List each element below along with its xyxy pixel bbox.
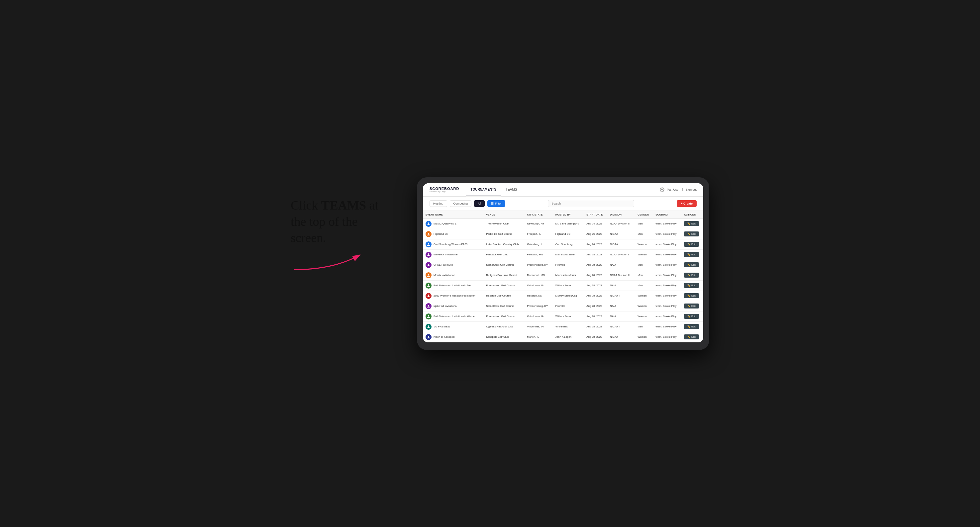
edit-button[interactable]: ✏️ Edit [684, 283, 699, 288]
sign-out-link[interactable]: Sign out [686, 188, 697, 191]
table-row: Morris Invitational Ruttger's Bay Lake R… [423, 270, 703, 280]
search-input[interactable] [548, 200, 634, 207]
event-name-cell: Maverick Invitational [423, 249, 484, 260]
event-name: Carl Sandburg Women FA23 [434, 243, 468, 246]
hosted-by-cell: Minnesota State [553, 249, 584, 260]
event-name: Maverick Invitational [434, 253, 457, 256]
filter-button[interactable]: ☰ Filter [487, 200, 505, 207]
start-date-cell: Aug 24, 2023 [584, 219, 607, 229]
edit-button[interactable]: ✏️ Edit [684, 242, 699, 247]
city-state-cell: Faribault, MN [525, 249, 553, 260]
division-cell: NICAA I [607, 229, 635, 239]
start-date-cell: Aug 28, 2023 [584, 311, 607, 321]
filter-icon: ☰ [491, 202, 494, 205]
svg-point-5 [428, 253, 429, 255]
venue-cell: StoneCrest Golf Course [484, 260, 524, 270]
city-state-cell: Oskaloosa, IA [525, 311, 553, 321]
actions-cell: ✏️ Edit [681, 290, 703, 301]
hosted-by-cell: Highland CC [553, 229, 584, 239]
venue-cell: StoneCrest Golf Course [484, 301, 524, 311]
edit-button[interactable]: ✏️ Edit [684, 273, 699, 278]
event-name-cell: Fall Statesmen Invitational - Men [423, 280, 484, 290]
edit-icon: ✏️ [687, 315, 690, 318]
instruction-panel: Click TEAMS at the top of the screen. [291, 177, 397, 274]
gender-cell: Women [635, 249, 653, 260]
division-cell: NAIA [607, 280, 635, 290]
gender-cell: Women [635, 301, 653, 311]
edit-icon: ✏️ [687, 294, 690, 297]
table-row: upike fall invitational StoneCrest Golf … [423, 301, 703, 311]
arrow-graphic [291, 250, 364, 273]
start-date-cell: Aug 28, 2023 [584, 290, 607, 301]
gender-cell: Men [635, 229, 653, 239]
gender-cell: Men [635, 219, 653, 229]
competing-tab[interactable]: Competing [450, 200, 472, 207]
edit-button[interactable]: ✏️ Edit [684, 334, 699, 340]
nav-teams[interactable]: TEAMS [501, 183, 522, 197]
edit-button[interactable]: ✏️ Edit [684, 324, 699, 329]
event-icon [426, 303, 431, 309]
scoring-cell: team, Stroke Play [653, 239, 681, 249]
gear-icon[interactable] [660, 187, 664, 192]
nav-tournaments[interactable]: TOURNAMENTS [466, 183, 501, 197]
tournaments-table: EVENT NAME VENUE CITY, STATE HOSTED BY S… [423, 211, 703, 342]
edit-button[interactable]: ✏️ Edit [684, 252, 699, 257]
edit-button[interactable]: ✏️ Edit [684, 314, 699, 319]
gender-cell: Men [635, 280, 653, 290]
table-row: MSMC Qualifying 1 The Powelton Club Newb… [423, 219, 703, 229]
event-icon [426, 324, 431, 330]
city-state-cell: Galesburg, IL [525, 239, 553, 249]
create-button[interactable]: + Create [677, 200, 697, 207]
division-cell: NICAA II [607, 290, 635, 301]
all-tab[interactable]: All [474, 200, 485, 207]
actions-cell: ✏️ Edit [681, 301, 703, 311]
city-state-cell: Newburgh, NY [525, 219, 553, 229]
edit-button[interactable]: ✏️ Edit [684, 303, 699, 308]
table-row: UPKE Fall Invite StoneCrest Golf Course … [423, 260, 703, 270]
event-name-cell: 2023 Women's Hesston Fall Kickoff [423, 290, 484, 301]
start-date-cell: Aug 28, 2023 [584, 321, 607, 332]
event-name-cell: Klash at Kokopelli [423, 332, 484, 342]
division-cell: NAIA [607, 260, 635, 270]
svg-point-11 [428, 315, 429, 316]
svg-point-6 [428, 264, 429, 265]
event-icon [426, 313, 431, 319]
hosting-tab[interactable]: Hosting [430, 200, 447, 207]
edit-button[interactable]: ✏️ Edit [684, 221, 699, 226]
event-name-cell: Morris Invitational [423, 270, 484, 280]
venue-cell: Faribault Golf Club [484, 249, 524, 260]
event-icon [426, 262, 431, 268]
division-cell: NCAA Division II [607, 249, 635, 260]
scoring-cell: team, Stroke Play [653, 321, 681, 332]
col-start-date: START DATE [584, 211, 607, 219]
event-name: Fall Statesmen Invitational - Women [434, 315, 476, 318]
city-state-cell: Marion, IL [525, 332, 553, 342]
nav-right: Test User | Sign out [660, 187, 697, 192]
division-cell: NICAA I [607, 239, 635, 249]
table-header: EVENT NAME VENUE CITY, STATE HOSTED BY S… [423, 211, 703, 219]
venue-cell: Edmundson Golf Course [484, 311, 524, 321]
event-name-cell: upike fall invitational [423, 301, 484, 311]
edit-icon: ✏️ [687, 264, 690, 266]
scoring-cell: team, Stroke Play [653, 249, 681, 260]
edit-button[interactable]: ✏️ Edit [684, 293, 699, 298]
hosted-by-cell: Murray State (OK) [553, 290, 584, 301]
edit-icon: ✏️ [687, 274, 690, 276]
edit-button[interactable]: ✏️ Edit [684, 262, 699, 267]
venue-cell: Lake Bracken Country Club [484, 239, 524, 249]
division-cell: NCAA Division III [607, 270, 635, 280]
table-row: Fall Statesmen Invitational - Men Edmund… [423, 280, 703, 290]
edit-icon: ✏️ [687, 253, 690, 256]
event-icon [426, 241, 431, 248]
svg-point-2 [428, 222, 429, 224]
edit-button[interactable]: ✏️ Edit [684, 232, 699, 237]
event-name: VU PREVIEW [434, 325, 450, 328]
event-name: MSMC Qualifying 1 [434, 222, 457, 225]
hosted-by-cell: Pikeville [553, 301, 584, 311]
event-icon [426, 221, 431, 227]
svg-point-8 [428, 284, 429, 286]
user-name: Test User [667, 188, 680, 191]
actions-cell: ✏️ Edit [681, 280, 703, 290]
venue-cell: The Powelton Club [484, 219, 524, 229]
actions-cell: ✏️ Edit [681, 219, 703, 229]
